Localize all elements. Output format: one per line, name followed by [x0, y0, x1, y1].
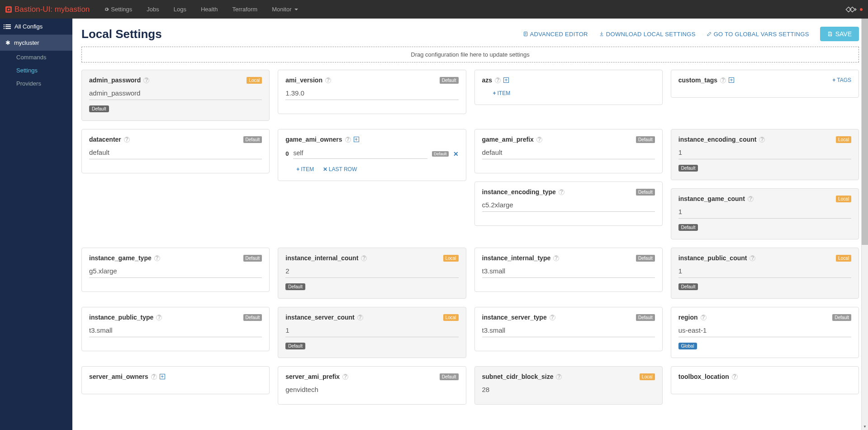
- sidebar: All Configs ✱ mycluster Commands Setting…: [0, 19, 72, 430]
- instance-internal-type-input[interactable]: [482, 267, 655, 278]
- card-title: instance_encoding_type: [482, 188, 556, 196]
- subnet-cidr-input[interactable]: [482, 386, 655, 396]
- instance-game-type-input[interactable]: [89, 267, 262, 278]
- instance-server-count-input[interactable]: [285, 326, 458, 337]
- nav-links: Settings Jobs Logs Health Terraform Moni…: [98, 1, 304, 18]
- drag-drop-zone[interactable]: Drag configuration file here to update s…: [81, 47, 859, 62]
- help-icon[interactable]: ?: [536, 137, 542, 143]
- save-button[interactable]: SAVE: [820, 27, 859, 41]
- add-tags-button[interactable]: + TAGS: [832, 77, 851, 83]
- card-title: azs: [482, 76, 493, 84]
- scroll-down-icon[interactable]: ▼: [862, 423, 868, 430]
- card-region: region ? Default Global: [671, 307, 859, 358]
- card-title: admin_password: [89, 76, 141, 84]
- help-icon[interactable]: ?: [156, 315, 162, 320]
- sidebar-all-configs[interactable]: All Configs: [0, 19, 72, 35]
- global-vars-button[interactable]: GO TO GLOBAL VARS SETTINGS: [707, 31, 809, 38]
- gear-icon: [104, 7, 109, 12]
- help-icon[interactable]: ?: [345, 137, 351, 143]
- nav-settings[interactable]: Settings: [98, 1, 138, 18]
- help-icon[interactable]: ?: [357, 315, 363, 320]
- instance-encoding-count-input[interactable]: [678, 148, 851, 159]
- admin-password-input[interactable]: [89, 89, 262, 100]
- remove-last-row-button[interactable]: ✕ LAST ROW: [323, 166, 357, 172]
- help-icon[interactable]: ?: [151, 374, 157, 380]
- download-icon: [599, 31, 604, 37]
- instance-encoding-type-input[interactable]: [482, 201, 655, 212]
- badge-default: Default: [243, 136, 262, 143]
- help-icon[interactable]: ?: [759, 137, 765, 143]
- help-icon[interactable]: ?: [124, 137, 130, 143]
- add-item-button[interactable]: + ITEM: [296, 166, 314, 172]
- badge-local: Local: [836, 255, 851, 262]
- sidebar-item-commands[interactable]: Commands: [0, 51, 72, 64]
- help-icon[interactable]: ?: [748, 196, 754, 202]
- help-icon[interactable]: ?: [556, 374, 562, 380]
- add-item-button[interactable]: + ITEM: [493, 90, 511, 96]
- instance-server-type-input[interactable]: [482, 326, 655, 337]
- list-index: 0: [285, 150, 289, 157]
- default-tag: Default: [89, 105, 109, 112]
- expand-icon[interactable]: +: [354, 137, 359, 142]
- help-icon[interactable]: ?: [720, 77, 726, 83]
- game-ami-prefix-input[interactable]: [482, 148, 655, 159]
- card-instance-public-type: instance_public_type ? Default: [81, 307, 270, 351]
- help-icon[interactable]: ?: [701, 315, 707, 320]
- card-title: server_ami_prefix: [285, 373, 340, 380]
- expand-icon[interactable]: +: [160, 374, 165, 379]
- help-icon[interactable]: ?: [559, 189, 564, 195]
- datacenter-input[interactable]: [89, 148, 262, 159]
- settings-grid: admin_password ? Local Default ami_versi…: [81, 70, 859, 405]
- scrollbar[interactable]: ▲ ▼: [861, 19, 868, 430]
- instance-public-type-input[interactable]: [89, 326, 262, 337]
- nav-logs[interactable]: Logs: [167, 1, 193, 18]
- default-tag: Default: [285, 343, 305, 349]
- card-instance-game-type: instance_game_type ? Default: [81, 248, 270, 292]
- server-ami-prefix-input[interactable]: [285, 386, 458, 396]
- page-header: Local Settings ADVANCED EDITOR DOWNLOAD …: [81, 19, 859, 47]
- nav-jobs[interactable]: Jobs: [140, 1, 165, 18]
- help-icon[interactable]: ?: [143, 77, 149, 83]
- genvid-logo-icon[interactable]: [845, 6, 858, 13]
- help-icon[interactable]: ?: [342, 374, 348, 380]
- card-title: subnet_cidr_block_size: [482, 373, 554, 380]
- advanced-editor-button[interactable]: ADVANCED EDITOR: [523, 31, 588, 38]
- badge-default: Default: [636, 136, 655, 143]
- nav-monitor[interactable]: Monitor: [266, 1, 304, 18]
- help-icon[interactable]: ?: [495, 77, 501, 83]
- remove-item-icon[interactable]: ✕: [453, 150, 459, 158]
- default-tag: Default: [285, 283, 305, 290]
- instance-public-count-input[interactable]: [678, 267, 851, 278]
- nav-health[interactable]: Health: [194, 1, 224, 18]
- help-icon[interactable]: ?: [749, 255, 755, 261]
- help-icon[interactable]: ?: [553, 255, 559, 261]
- sidebar-item-settings[interactable]: Settings: [0, 64, 72, 77]
- sidebar-item-providers[interactable]: Providers: [0, 77, 72, 90]
- ami-version-input[interactable]: [285, 89, 458, 100]
- expand-icon[interactable]: +: [503, 77, 509, 83]
- download-settings-button[interactable]: DOWNLOAD LOCAL SETTINGS: [599, 31, 696, 38]
- card-title: instance_internal_type: [482, 254, 551, 262]
- nav-terraform[interactable]: Terraform: [226, 1, 264, 18]
- help-icon[interactable]: ?: [154, 255, 160, 261]
- card-server-ami-prefix: server_ami_prefix ? Default: [278, 366, 466, 405]
- sidebar-cluster[interactable]: ✱ mycluster: [0, 35, 72, 51]
- header-actions: ADVANCED EDITOR DOWNLOAD LOCAL SETTINGS …: [523, 27, 859, 41]
- save-icon: [827, 31, 833, 37]
- region-input[interactable]: [678, 326, 851, 337]
- brand[interactable]: Bastion-UI: mybastion: [5, 5, 90, 14]
- badge-default: Default: [243, 255, 262, 262]
- help-icon[interactable]: ?: [550, 315, 555, 320]
- top-navbar: Bastion-UI: mybastion Settings Jobs Logs…: [0, 0, 868, 19]
- help-icon[interactable]: ?: [361, 255, 367, 261]
- expand-icon[interactable]: +: [729, 77, 734, 83]
- card-game-ami-owners: game_ami_owners ? + 0 Default ✕ + ITEM ✕…: [278, 129, 466, 181]
- card-title: instance_server_count: [285, 314, 355, 321]
- card-game-ami-prefix: game_ami_prefix ? Default: [474, 129, 663, 173]
- scrollbar-thumb[interactable]: [862, 19, 868, 245]
- help-icon[interactable]: ?: [732, 374, 738, 380]
- help-icon[interactable]: ?: [325, 77, 331, 83]
- list-item-input[interactable]: [293, 148, 427, 159]
- instance-internal-count-input[interactable]: [285, 267, 458, 278]
- instance-game-count-input[interactable]: [678, 208, 851, 219]
